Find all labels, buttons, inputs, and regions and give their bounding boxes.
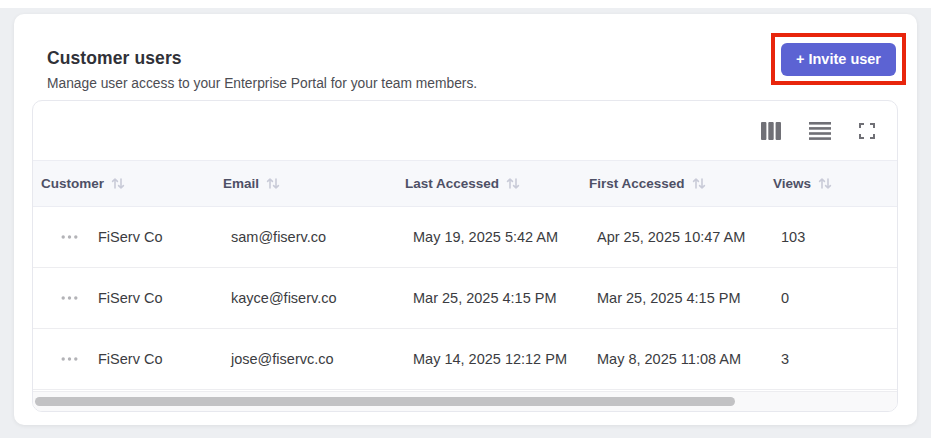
column-header-label: Email xyxy=(223,176,259,191)
row-menu-icon[interactable] xyxy=(57,231,82,243)
cell-last-accessed: Mar 25, 2025 4:15 PM xyxy=(405,290,589,306)
cell-first-accessed: Apr 25, 2025 10:47 AM xyxy=(589,229,773,245)
page-title: Customer users xyxy=(47,48,182,69)
cell-customer: FiServ Co xyxy=(98,229,223,245)
sort-icon xyxy=(266,177,280,190)
horizontal-scrollbar[interactable] xyxy=(33,391,897,411)
sort-icon xyxy=(506,177,520,190)
scrollbar-thumb[interactable] xyxy=(35,397,735,406)
table-toolbar xyxy=(33,101,897,160)
table-row[interactable]: FiServ Co sam@fiserv.co May 19, 2025 5:4… xyxy=(33,207,897,268)
column-header-label: Last Accessed xyxy=(405,176,499,191)
cell-email: kayce@fiserv.co xyxy=(223,290,405,306)
table-header-row: Customer Email Last Accessed xyxy=(33,160,897,207)
cell-last-accessed: May 19, 2025 5:42 AM xyxy=(405,229,589,245)
cell-views: 3 xyxy=(773,351,897,367)
cell-first-accessed: Mar 25, 2025 4:15 PM xyxy=(589,290,773,306)
invite-user-button[interactable]: + Invite user xyxy=(781,43,896,76)
row-menu-icon[interactable] xyxy=(57,292,82,304)
sort-icon xyxy=(111,177,125,190)
cell-email: sam@fiserv.co xyxy=(223,229,405,245)
row-density-icon[interactable] xyxy=(807,120,833,142)
cell-customer: FiServ Co xyxy=(98,290,223,306)
cell-views: 103 xyxy=(773,229,897,245)
columns-icon[interactable] xyxy=(759,120,783,142)
cell-last-accessed: May 14, 2025 12:12 PM xyxy=(405,351,589,367)
column-header-label: Customer xyxy=(41,176,104,191)
row-menu-icon[interactable] xyxy=(57,353,82,365)
table-row[interactable]: FiServ Co kayce@fiserv.co Mar 25, 2025 4… xyxy=(33,268,897,329)
cell-first-accessed: May 8, 2025 11:08 AM xyxy=(589,351,773,367)
cell-email: jose@fiservc.co xyxy=(223,351,405,367)
annotation-highlight-box: + Invite user xyxy=(771,33,906,85)
column-header-customer[interactable]: Customer xyxy=(41,176,223,191)
cell-views: 0 xyxy=(773,290,897,306)
table-row[interactable]: FiServ Co jose@fiservc.co May 14, 2025 1… xyxy=(33,329,897,390)
fullscreen-icon[interactable] xyxy=(857,121,877,141)
column-header-last-accessed[interactable]: Last Accessed xyxy=(405,176,589,191)
sort-icon xyxy=(692,177,706,190)
top-strip xyxy=(0,0,931,8)
page-subtitle: Manage user access to your Enterprise Po… xyxy=(47,76,477,91)
sort-icon xyxy=(818,177,832,190)
column-header-first-accessed[interactable]: First Accessed xyxy=(589,176,773,191)
column-header-label: Views xyxy=(773,176,811,191)
column-header-email[interactable]: Email xyxy=(223,176,405,191)
cell-customer: FiServ Co xyxy=(98,351,223,367)
column-header-views[interactable]: Views xyxy=(773,176,897,191)
column-header-label: First Accessed xyxy=(589,176,685,191)
users-table-card: Customer Email Last Accessed xyxy=(32,100,898,412)
